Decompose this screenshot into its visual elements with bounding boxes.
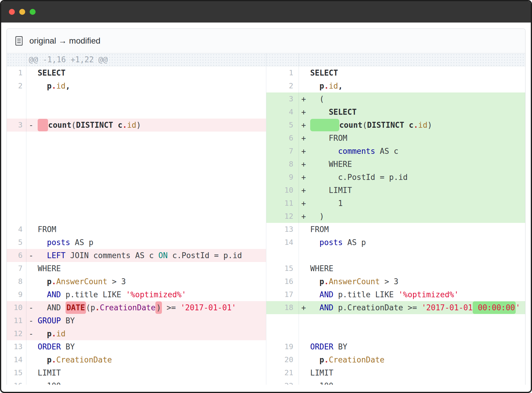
line-number: 14 [7, 353, 26, 366]
code-cell: WHERE [299, 262, 525, 275]
code-cell [299, 314, 525, 327]
code-segment: p.CreationDate >= [333, 303, 421, 312]
code-segment: . [324, 82, 329, 90]
code-segment: ) [310, 212, 324, 221]
code-segment: . [52, 82, 56, 90]
code-segment: LIMIT [38, 368, 61, 377]
diff-row-ctx: 5 posts AS p [7, 236, 266, 249]
code-cell: p.id, [299, 79, 525, 92]
code-segment: FROM [310, 134, 347, 143]
line-number [7, 132, 26, 145]
change-marker: + [301, 92, 310, 106]
diff-row-add: 10+ LIMIT [266, 184, 525, 197]
diff-row-del: 12- p.id [7, 327, 266, 340]
code-segment: . [324, 277, 329, 286]
code-cell: + ) [299, 210, 525, 223]
line-number [7, 106, 26, 119]
code-segment: CreationDate [100, 303, 156, 312]
code-segment [38, 82, 47, 90]
minimize-button[interactable] [19, 9, 25, 15]
code-segment: p [47, 82, 52, 90]
code-segment: posts [47, 238, 70, 247]
code-segment: p [47, 277, 52, 286]
line-number: 15 [266, 262, 299, 275]
line-number: 1 [7, 66, 26, 79]
diff-table[interactable]: @@ -1,16 +1,22 @@ 1SELECT2 p.id,3- count… [7, 53, 525, 385]
code-segment: ORDER [38, 342, 61, 351]
diff-row-add: 11+ 1 [266, 197, 525, 210]
code-cell: SELECT [26, 66, 266, 79]
code-segment: AS p [343, 238, 366, 247]
diff-row-ctx: 14 posts AS p [266, 236, 525, 249]
code-segment: ( [362, 121, 367, 130]
zoom-button[interactable] [30, 9, 36, 15]
code-segment: '%optimized%' [398, 290, 459, 299]
diff-row-ctx: 15LIMIT [7, 366, 266, 379]
code-segment: ) [427, 121, 432, 130]
line-number [266, 249, 299, 262]
code-cell [26, 171, 266, 184]
code-segment: p [319, 277, 324, 286]
line-number [7, 145, 26, 158]
code-segment: > 3 [380, 277, 399, 286]
code-cell: + FROM [299, 132, 525, 145]
code-segment: AND [38, 303, 66, 312]
code-segment: id [127, 121, 136, 130]
line-number [7, 197, 26, 210]
code-cell: AND p.title LIKE '%optimized%' [26, 288, 266, 301]
code-segment: , [66, 82, 70, 90]
line-number: 14 [266, 236, 299, 249]
code-segment: ) [136, 121, 141, 130]
code-segment: id [329, 82, 338, 90]
line-number: 8 [266, 158, 299, 171]
code-cell [26, 145, 266, 158]
code-segment [310, 119, 339, 131]
code-segment [310, 238, 319, 247]
code-cell [299, 249, 525, 262]
line-number: 5 [7, 236, 26, 249]
diff-row-ctx: 17 AND p.title LIKE '%optimized%' [266, 288, 525, 301]
change-marker: + [301, 132, 310, 145]
diff-pane-modified: 1SELECT2 p.id,3+ (4+ SELECT5+ count(DIST… [266, 66, 525, 385]
code-cell: + count(DISTINCT c.id) [299, 119, 525, 132]
code-segment [38, 277, 47, 286]
code-segment: AND [319, 290, 333, 299]
diff-row-del: 10- AND DATE(p.CreationDate) >= '2017-01… [7, 301, 266, 314]
code-segment: 100 [38, 381, 61, 385]
line-number: 10 [7, 301, 26, 314]
code-cell: FROM [299, 223, 525, 236]
diff-row-empty [7, 158, 266, 171]
code-segment [310, 277, 319, 286]
line-number: 4 [7, 223, 26, 236]
code-cell: + LIMIT [299, 184, 525, 197]
code-cell [26, 197, 266, 210]
code-cell: + WHERE [299, 158, 525, 171]
code-segment [38, 355, 47, 364]
code-segment: ) [155, 301, 162, 314]
code-segment: BY [61, 342, 75, 351]
code-segment: BY [333, 342, 347, 351]
code-segment [38, 251, 47, 260]
line-number: 21 [266, 366, 299, 379]
code-segment: id [56, 329, 66, 338]
diff-row-add: 8+ WHERE [266, 158, 525, 171]
diff-row-empty [7, 210, 266, 223]
code-cell: LIMIT [26, 366, 266, 379]
change-marker: - [29, 327, 38, 340]
hunk-gutter-modified [266, 53, 299, 66]
line-number: 17 [266, 288, 299, 301]
code-cell: LIMIT [299, 366, 525, 379]
code-segment: ( [71, 121, 76, 130]
code-segment: , [338, 82, 343, 90]
diff-row-empty [7, 145, 266, 158]
code-segment [310, 82, 319, 90]
line-number [266, 314, 299, 327]
close-button[interactable] [9, 9, 15, 15]
code-cell [26, 210, 266, 223]
code-cell [299, 327, 525, 340]
code-segment: id [418, 121, 427, 130]
code-cell: AND p.title LIKE '%optimized%' [299, 288, 525, 301]
code-segment: ORDER [310, 342, 333, 351]
diff-row-ctx: 2 p.id, [266, 79, 525, 92]
code-cell: ORDER BY [26, 340, 266, 353]
